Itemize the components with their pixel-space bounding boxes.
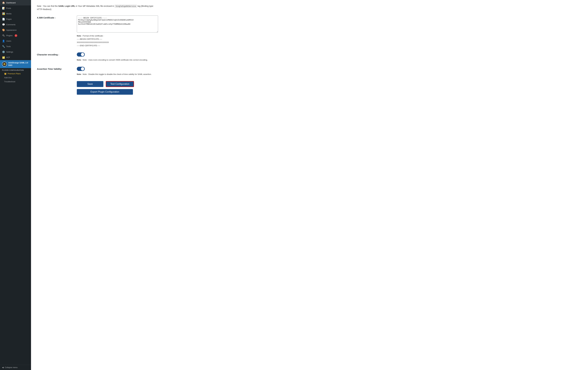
svg-point-0	[4, 64, 5, 64]
cert-note: Note : Format of the certificate - -----…	[77, 34, 158, 47]
assertion-validity-field: Note : Note : Disable this toggle to dis…	[77, 67, 158, 76]
cert-field: -----BEGIN CERTIFICATE----- MIIDqjCCApKg…	[77, 16, 158, 47]
test-configuration-button[interactable]: Test Configuration	[106, 81, 134, 87]
sidebar-item-acf[interactable]: 🗂️ ACF	[0, 55, 31, 60]
cert-note-body: XXXXXXXXXXXXXXXXXXXXXXXXX	[77, 41, 109, 43]
plugin-name: miniOrange SAML 2.0 SSO	[8, 62, 29, 67]
sidebar-submenu: Plugin Configuration 👑 Premium Plans Add…	[0, 68, 31, 84]
sidebar-item-appearance[interactable]: 🎨 Appearance	[0, 27, 31, 33]
collapse-icon: ◀	[2, 366, 4, 369]
sidebar: 🏠 Dashboard 📝 Posts 🖼️ Media 📄 Pages 💬 C…	[0, 0, 31, 370]
sidebar-item-label: Comments	[6, 23, 16, 26]
collapse-menu-button[interactable]: ◀ Collapse menu	[0, 365, 31, 370]
sidebar-item-label: Appearance	[6, 29, 17, 31]
sidebar-item-premium-plans[interactable]: 👑 Premium Plans	[0, 72, 31, 76]
comments-icon: 💬	[2, 23, 5, 26]
toggle-track-2	[77, 67, 85, 71]
sidebar-item-label: Media	[6, 12, 11, 15]
sidebar-item-label: Users	[6, 40, 11, 42]
sidebar-item-plugins[interactable]: 🔌 Plugins 3	[0, 33, 31, 38]
cert-label: X.509 Certificate :	[37, 16, 72, 19]
cert-note-end: -----END CERTIFICATE-----	[77, 44, 100, 47]
export-plugin-config-button[interactable]: Export Plugin Configuration	[77, 89, 133, 95]
dashboard-icon: 🏠	[2, 1, 5, 4]
collapse-label: Collapse menu	[5, 366, 18, 369]
sidebar-item-dashboard[interactable]: 🏠 Dashboard	[0, 0, 31, 5]
sidebar-item-label: Dashboard	[6, 2, 16, 4]
top-note-code: SingleSignOnService	[115, 5, 137, 8]
sidebar-item-pages[interactable]: 📄 Pages	[0, 16, 31, 22]
media-icon: 🖼️	[2, 12, 5, 15]
sidebar-item-label: Tools	[6, 45, 11, 48]
cert-textarea[interactable]: -----BEGIN CERTIFICATE----- MIIDqjCCApKg…	[77, 16, 158, 32]
sidebar-item-label: Pages	[6, 18, 12, 20]
cert-row: X.509 Certificate : -----BEGIN CERTIFICA…	[37, 16, 158, 47]
toggle-knob	[81, 53, 84, 56]
char-encoding-field: Note : Note : Uses iconv encoding to con…	[77, 53, 158, 62]
sidebar-item-tools[interactable]: 🔧 Tools	[0, 44, 31, 49]
assertion-validity-label: Assertion Time Validity:	[37, 67, 72, 70]
sidebar-item-label: ACF	[6, 56, 10, 58]
top-note-suffix: in Your IdP-Metadata XML file enclosed i…	[76, 5, 115, 7]
button-inline-row: Save Test Configuration	[77, 81, 158, 87]
plugin-icon	[2, 62, 7, 66]
top-note-prefix: Note : You can find the	[37, 5, 58, 7]
char-encoding-row: Character encoding : Note : Note : Uses …	[37, 53, 158, 62]
appearance-icon: 🎨	[2, 29, 5, 32]
cert-note-begin: -----BEGIN CERTIFICATE-----	[77, 38, 102, 40]
button-row: Save Test Configuration Export Plugin Co…	[37, 81, 158, 95]
char-encoding-label: Character encoding :	[37, 53, 72, 56]
sidebar-item-add-ons[interactable]: Add-Ons	[0, 76, 31, 80]
sidebar-item-label: Posts	[6, 7, 11, 9]
active-plugin[interactable]: miniOrange SAML 2.0 SSO	[0, 60, 31, 68]
users-icon: 👤	[2, 40, 5, 42]
assertion-validity-note: Note : Note : Disable this toggle to dis…	[77, 73, 158, 76]
submenu-section-title: Plugin Configuration	[0, 68, 31, 72]
tools-icon: 🔧	[2, 45, 5, 48]
crown-icon: 👑	[4, 73, 7, 75]
assertion-validity-row: Assertion Time Validity: Note : Note : D…	[37, 67, 158, 76]
toggle-knob-2	[81, 67, 84, 70]
assertion-validity-toggle[interactable]	[77, 67, 85, 71]
main-content: Note : You can find the SAML Login URL i…	[31, 0, 588, 370]
sidebar-item-label: Settings	[6, 51, 13, 53]
posts-icon: 📝	[2, 7, 5, 10]
sidebar-item-troubleshoot[interactable]: Troubleshoot	[0, 80, 31, 84]
acf-icon: 🗂️	[2, 56, 5, 59]
sidebar-item-comments[interactable]: 💬 Comments	[0, 22, 31, 27]
toggle-track	[77, 53, 85, 57]
sidebar-item-posts[interactable]: 📝 Posts	[0, 5, 31, 11]
plugins-icon: 🔌	[2, 34, 5, 37]
pages-icon: 📄	[2, 18, 5, 21]
plugins-badge: 3	[15, 34, 17, 37]
char-encoding-note: Note : Note : Uses iconv encoding to con…	[77, 58, 158, 62]
sidebar-item-users[interactable]: 👤 Users	[0, 38, 31, 44]
sidebar-item-settings[interactable]: ⚙️ Settings	[0, 49, 31, 55]
top-note-bold: SAML Login URL	[58, 5, 75, 7]
top-note: Note : You can find the SAML Login URL i…	[37, 4, 158, 11]
sidebar-item-media[interactable]: 🖼️ Media	[0, 11, 31, 16]
save-button[interactable]: Save	[77, 81, 103, 87]
sidebar-item-label: Plugins	[6, 34, 12, 37]
char-encoding-toggle[interactable]	[77, 53, 85, 57]
settings-icon: ⚙️	[2, 51, 5, 53]
